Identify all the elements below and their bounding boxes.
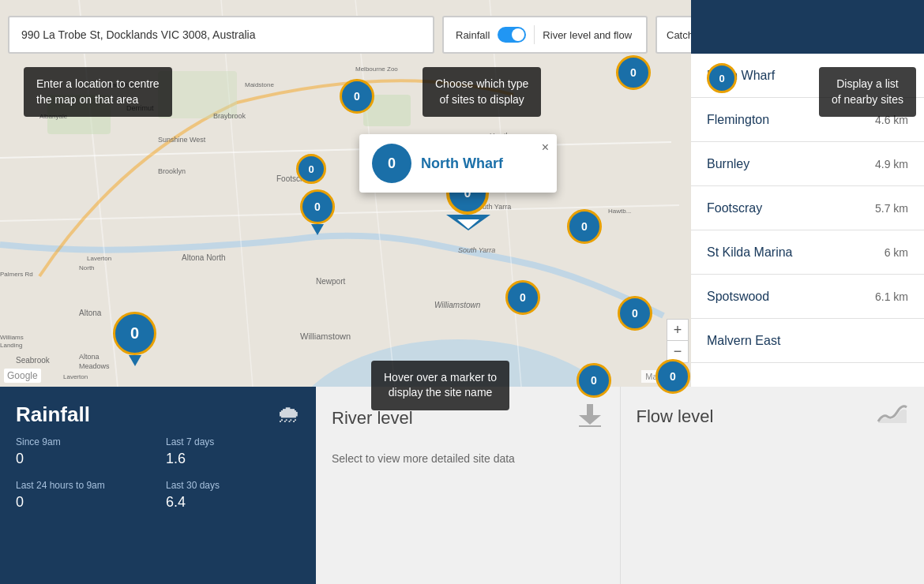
svg-rect-43 [587,404,593,415]
tooltip-hover-text: Hover over a marker todisplay the site n… [384,371,497,399]
svg-text:North: North [79,264,95,271]
search-box[interactable] [8,16,434,54]
stat-value: 0 [16,451,150,467]
tooltip-filter: Choose which typeof sites to display [423,67,541,117]
map-marker[interactable]: 0 [567,209,602,244]
sidebar-item-dist: 4.9 km [875,158,908,170]
svg-text:Laverton: Laverton [63,373,88,380]
sidebar-item-footscray[interactable]: Footscray 5.7 km [691,186,924,230]
tooltip-list: Display a listof nearby sites [819,67,916,117]
river-prompt: Select to view more detailed site data [332,451,604,467]
zoom-in-button[interactable]: + [667,319,689,341]
marker-circle: 0 [567,209,602,244]
panel-flow[interactable]: Flow level [621,387,925,584]
map-marker[interactable]: 0 [296,154,326,184]
tooltip-location-text: Enter a location to centrethe map on tha… [36,77,160,106]
svg-text:Braybrook: Braybrook [213,112,246,120]
bottom-panels: Rainfall 🌧 Since 9am 0 Last 7 days 1.6 L… [0,387,924,584]
flow-title: Flow level [637,406,714,427]
svg-text:Williamstown: Williamstown [300,331,351,341]
marker-tail [129,355,141,366]
svg-text:Hawtb...: Hawtb... [608,208,631,215]
panel-rainfall: Rainfall 🌧 Since 9am 0 Last 7 days 1.6 L… [0,387,316,584]
rainfall-title: Rainfall [16,402,300,427]
stat-label: Last 30 days [166,480,300,491]
stat-value: 6.4 [166,494,300,511]
site-name: North Wharf [421,155,503,172]
filter-divider [534,25,535,44]
svg-text:Maidstone: Maidstone [245,81,274,88]
stat-last-30: Last 30 days 6.4 [166,480,300,511]
sidebar-item-dist: 6 km [885,246,908,259]
map-marker[interactable]: 0 [505,280,540,315]
stat-label: Last 7 days [166,436,300,447]
tooltip-location: Enter a location to centrethe map on tha… [24,67,172,117]
svg-text:Newport: Newport [316,277,345,286]
marker-circle: 0 [296,154,326,184]
site-icon: 0 [372,144,411,183]
tooltip-hover: Hover over a marker todisplay the site n… [371,361,509,410]
stat-value: 0 [16,494,150,511]
sidebar-header [691,0,924,54]
marker-circle: 0 [300,189,335,224]
popup-close-button[interactable]: × [542,140,549,155]
svg-text:Altona: Altona [79,353,100,361]
selected-pin-bottom [446,215,490,230]
map-marker[interactable]: 0 [340,79,374,114]
stat-value: 1.6 [166,451,300,467]
sidebar-item-name: Flemington [707,113,769,127]
search-input[interactable] [21,28,421,41]
sidebar-item-dist: 5.7 km [875,202,908,215]
svg-marker-44 [579,415,601,425]
rainfall-toggle[interactable] [498,27,526,43]
svg-text:Williamstown: Williamstown [434,301,481,309]
marker-circle: 0 [505,280,540,315]
svg-text:Williams: Williams [0,334,24,341]
svg-text:South Yarra: South Yarra [458,246,495,254]
river-title: River level [332,408,413,429]
flow-icon [877,402,908,430]
tooltip-list-text: Display a listof nearby sites [832,77,903,106]
marker-circle: 0 [616,55,651,90]
google-logo: Google [4,369,41,383]
filter-bar: Rainfall River level and flow [442,16,648,54]
svg-text:Meadows: Meadows [79,362,110,370]
marker-tail [311,224,324,235]
svg-text:Melbourne Zoo: Melbourne Zoo [355,66,398,73]
svg-text:Altona: Altona [79,309,102,317]
stat-last-7: Last 7 days 1.6 [166,436,300,467]
map-marker[interactable]: 0 [113,312,156,366]
selected-inner-v [457,219,479,229]
map-marker[interactable]: 0 [618,296,652,331]
marker-circle: 0 [113,312,156,355]
stat-since-9am: Since 9am 0 [16,436,150,467]
panel-river[interactable]: River level Select to view more detailed… [316,387,621,584]
map-marker[interactable]: 0 [707,63,737,93]
sidebar-item-dist: 6.1 km [875,290,908,303]
sidebar-item-name: Spotswood [707,290,769,304]
sidebar-item-burnley[interactable]: Burnley 4.9 km [691,142,924,186]
sidebar-item-name: Malvern East [707,334,780,348]
svg-text:Landing: Landing [0,342,22,349]
map-marker[interactable]: 0 [577,363,611,398]
site-value: 0 [388,155,396,172]
sidebar-item-name: St Kilda Marina [707,245,793,260]
tooltip-filter-text: Choose which typeof sites to display [435,77,528,106]
stat-last-24: Last 24 hours to 9am 0 [16,480,150,511]
svg-text:Palmers Rd: Palmers Rd [0,271,33,278]
marker-circle: 0 [618,296,652,331]
river-icon [576,402,604,433]
sidebar-item-spotswood[interactable]: Spotswood 6.1 km [691,275,924,319]
sidebar-item-malvern-east[interactable]: Malvern East [691,319,924,363]
svg-text:Seabrook: Seabrook [16,356,51,365]
stat-label: Since 9am [16,436,150,447]
site-popup: 0 North Wharf × [359,134,557,193]
map-marker[interactable]: 0 [300,189,335,235]
rain-icon: 🌧 [276,401,300,428]
sidebar-item-st-kilda[interactable]: St Kilda Marina 6 km [691,230,924,275]
map-marker[interactable]: 0 [655,359,690,394]
zoom-controls: + − [667,319,689,363]
map-marker[interactable]: 0 [616,55,651,90]
rainfall-label: Rainfall [456,29,490,41]
marker-circle: 0 [340,79,374,114]
